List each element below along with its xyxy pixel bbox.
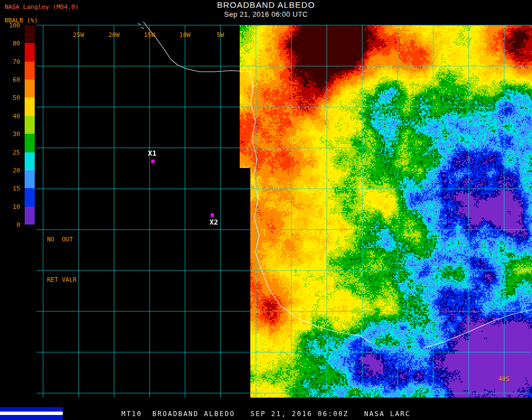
colorbar-segment: [25, 62, 35, 80]
coastline-islands: [138, 24, 144, 29]
colorbar-segment: [25, 207, 35, 225]
colorbar: [25, 25, 35, 225]
colorbar-tick-label: 100: [9, 22, 20, 29]
latitude-label: 40S: [498, 375, 510, 382]
title-block: BROADBAND ALBEDO Sep 21, 2016 06:00 UTC: [0, 0, 532, 18]
page-subtitle: Sep 21, 2016 06:00 UTC: [0, 11, 532, 18]
colorbar-segment: [25, 43, 35, 61]
colorbar-tick-label: 10: [13, 203, 20, 210]
colorbar-tick-label: 15: [13, 185, 20, 192]
colorbar-segment: [25, 80, 35, 97]
colorbar-tick-label: 20: [13, 166, 20, 174]
broadband-albedo-figure: { "header": { "title": "BROADBAND ALBEDO…: [0, 0, 532, 420]
colorbar-tick-label: 70: [13, 58, 20, 65]
colorbar-segment: [25, 116, 35, 134]
albedo-data-raster: [240, 25, 532, 398]
colorbar-segment: [25, 152, 35, 170]
colorbar-tick-label: 80: [13, 40, 20, 47]
marker-x1-label: X1: [148, 149, 157, 157]
colorbar-segment: [25, 170, 35, 188]
colorbar-tick-label: 30: [13, 130, 20, 138]
colorbar-tick-label: 60: [13, 76, 20, 83]
colorbar-segment: [25, 25, 35, 43]
marker-x1-point: [151, 160, 155, 163]
colorbar-segment: [25, 97, 35, 115]
longitude-label: 20W: [109, 31, 120, 39]
colorbar-tick-label: 0: [16, 221, 20, 228]
colorbar-tick-labels: 100807060504030252015100: [0, 25, 21, 226]
coastline-morocco: [143, 22, 250, 72]
colorbar-segment: [25, 134, 35, 152]
longitude-label: 15W: [144, 31, 155, 39]
page-title: BROADBAND ALBEDO: [0, 0, 532, 10]
agency-credit: NASA Langley (M04.0): [4, 3, 78, 11]
colorbar-tick-label: 50: [13, 94, 20, 101]
footer-caption: MT10 BROADBAND ALBEDO SEP 21, 2016 06:00…: [0, 410, 532, 418]
longitude-label: 5W: [217, 31, 224, 39]
colorbar-tick-label: 25: [13, 148, 20, 156]
colorbar-tick-label: 40: [13, 112, 20, 119]
longitude-label: 10W: [179, 31, 190, 39]
colorbar-legend-row1: NO OUT: [47, 233, 77, 246]
longitude-label: 25W: [73, 31, 84, 39]
marker-x2-label: X2: [209, 218, 218, 226]
colorbar-segment: [25, 188, 35, 206]
colorbar-legend: NO OUT RET VALR: [47, 206, 77, 300]
colorbar-legend-row2: RET VALR: [47, 273, 77, 287]
marker-x2-point: [211, 213, 214, 217]
